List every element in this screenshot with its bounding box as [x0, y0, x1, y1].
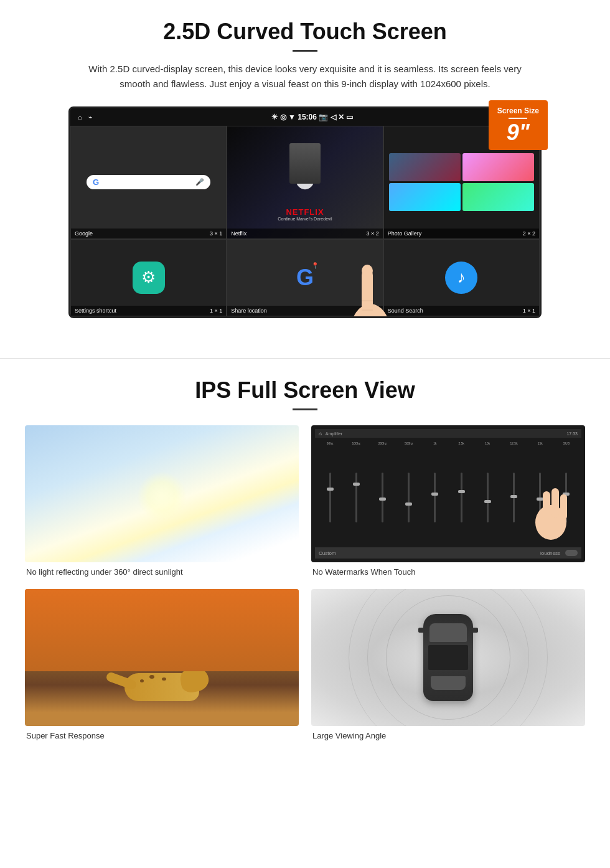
feature-item-sky: No light reflecting under 360° direct su… — [25, 425, 299, 577]
amp-loudness-toggle[interactable] — [565, 550, 578, 556]
netflix-app-name: Netflix — [231, 230, 246, 237]
section2-title: IPS Full Screen View — [25, 377, 585, 403]
cheetah-caption: Super Fast Response — [25, 731, 299, 740]
amp-loudness-label: loudness — [540, 550, 560, 556]
sound-search-cell-label: Sound Search 1 × 1 — [384, 306, 539, 316]
app-grid: G 🎤 Google 3 × 1 ▶ NET — [70, 126, 540, 316]
car-image — [311, 589, 585, 726]
home-icon: ⌂ — [78, 113, 82, 121]
google-app-size: 3 × 1 — [210, 230, 222, 237]
netflix-logo-area: NETFLIX Continue Marvel's Daredevil — [232, 207, 377, 221]
amp-caption: No Watermarks When Touch — [311, 567, 585, 577]
maps-marker-icon: 📍 — [311, 262, 319, 269]
gallery-app-size: 2 × 2 — [523, 230, 535, 237]
curved-screen-section: 2.5D Curved Touch Screen With 2.5D curve… — [0, 0, 610, 333]
section1-title: 2.5D Curved Touch Screen — [37, 19, 573, 45]
photo-thumb-3 — [389, 183, 461, 211]
bluetooth-icon: ✳ ◎ ▼ — [271, 113, 298, 121]
cheetah-shape — [106, 664, 218, 714]
status-bar: ⌂ ⌁ ✳ ◎ ▼ 15:06 📷 ◁ ✕ ▭ — [70, 108, 540, 126]
feature-image-grid: No light reflecting under 360° direct su… — [25, 425, 585, 740]
google-search-bar[interactable]: G 🎤 — [87, 175, 210, 189]
badge-size: 9" — [507, 120, 530, 145]
amp-image: ⌂ Amplifier 17:33 60hz 100hz 200hz 500hz… — [311, 425, 585, 562]
sky-caption: No light reflecting under 360° direct su… — [25, 567, 299, 577]
amp-time: 17:33 — [566, 432, 578, 436]
amp-thumb-2 — [353, 483, 360, 486]
app-cell-google[interactable]: G 🎤 Google 3 × 1 — [70, 126, 227, 239]
car-top-view — [423, 614, 473, 701]
amp-freq-labels: 60hz 100hz 200hz 500hz 1k 2.5k 10k 12.5k… — [315, 440, 581, 446]
mirror-right — [472, 628, 478, 633]
spot-3 — [140, 679, 144, 682]
sky-image — [25, 425, 299, 562]
google-mic-icon: 🎤 — [195, 178, 204, 186]
app-cell-maps[interactable]: G 📍 Share location 1 × 1 — [227, 239, 383, 317]
amp-slider-3 — [370, 473, 395, 522]
sound-search-app-size: 1 × 1 — [523, 308, 535, 314]
device-screen: ⌂ ⌁ ✳ ◎ ▼ 15:06 📷 ◁ ✕ ▭ G — [68, 106, 542, 318]
car-rear-window — [431, 676, 466, 690]
settings-cell-label: Settings shortcut 1 × 1 — [71, 306, 226, 316]
amp-slider-5 — [423, 473, 448, 522]
netflix-brand-text: NETFLIX — [232, 207, 377, 217]
photo-thumb-1 — [389, 153, 461, 181]
gallery-app-name: Photo Gallery — [388, 230, 422, 237]
amp-thumb-7 — [484, 500, 491, 503]
amp-slider-6 — [449, 473, 474, 522]
feature-item-cheetah: Super Fast Response — [25, 589, 299, 740]
netflix-sub-text: Continue Marvel's Daredevil — [232, 217, 377, 221]
amp-slider-7 — [475, 473, 500, 522]
amp-slider-8 — [501, 473, 526, 522]
car-windshield — [429, 623, 467, 642]
status-bar-center: ✳ ◎ ▼ 15:06 📷 ◁ ✕ ▭ — [93, 113, 532, 121]
settings-app-name: Settings shortcut — [75, 308, 116, 314]
maps-app-name: Share location — [231, 308, 267, 314]
settings-gear-icon: ⚙ — [133, 262, 165, 294]
usb-icon: ⌁ — [88, 113, 93, 121]
svg-rect-7 — [551, 488, 559, 518]
photo-thumb-2 — [462, 153, 534, 181]
netflix-app-size: 3 × 2 — [366, 230, 378, 237]
google-cell-label: Google 3 × 1 — [71, 229, 226, 238]
spot-2 — [162, 677, 166, 681]
settings-app-size: 1 × 1 — [210, 308, 222, 314]
app-cell-sound-search[interactable]: ♪ Sound Search 1 × 1 — [383, 239, 540, 317]
ips-section: IPS Full Screen View No light reflecting… — [0, 359, 610, 759]
amp-thumb-1 — [327, 488, 334, 491]
google-g-logo: G — [93, 177, 99, 187]
feature-item-car: Large Viewing Angle — [311, 589, 585, 740]
feature-item-amp: ⌂ Amplifier 17:33 60hz 100hz 200hz 500hz… — [311, 425, 585, 577]
amp-screen-bar: ⌂ Amplifier 17:33 — [315, 429, 581, 438]
app-cell-settings[interactable]: ⚙ Settings shortcut 1 × 1 — [70, 239, 227, 317]
maps-app-size: 1 × 1 — [366, 308, 378, 314]
car-caption: Large Viewing Angle — [311, 731, 585, 740]
amp-home-icon: ⌂ — [319, 431, 322, 436]
amp-thumb-6 — [458, 490, 465, 493]
maps-icon-container: G 📍 — [296, 265, 314, 291]
car-roof — [428, 645, 468, 670]
amp-thumb-8 — [510, 495, 517, 498]
sound-search-app-name: Sound Search — [388, 308, 423, 314]
netflix-cell-label: Netflix 3 × 2 — [227, 229, 382, 238]
status-time: 15:06 — [298, 113, 317, 121]
amp-slider-4 — [396, 473, 421, 522]
gallery-cell-label: Photo Gallery 2 × 2 — [384, 229, 539, 238]
amp-slider-1 — [317, 473, 342, 522]
cheetah-sky — [25, 589, 299, 671]
mirror-left — [418, 628, 425, 633]
amp-bottom-bar: Custom loudness — [315, 547, 581, 559]
badge-label: Screen Size — [497, 106, 539, 115]
svg-rect-8 — [560, 494, 567, 519]
app-cell-netflix[interactable]: ▶ NETFLIX Continue Marvel's Daredevil Ne… — [227, 126, 383, 239]
photo-stack — [384, 148, 539, 216]
google-app-name: Google — [75, 230, 93, 237]
title-underline — [293, 50, 317, 52]
badge-underline — [509, 118, 527, 119]
sun-glow — [137, 471, 187, 521]
photo-thumb-4 — [462, 183, 534, 211]
camera-icon: 📷 ◁ ✕ ▭ — [319, 113, 353, 121]
spot-1 — [149, 675, 154, 679]
title-underline-2 — [293, 408, 317, 410]
section1-description: With 2.5D curved-display screen, this de… — [87, 62, 523, 92]
